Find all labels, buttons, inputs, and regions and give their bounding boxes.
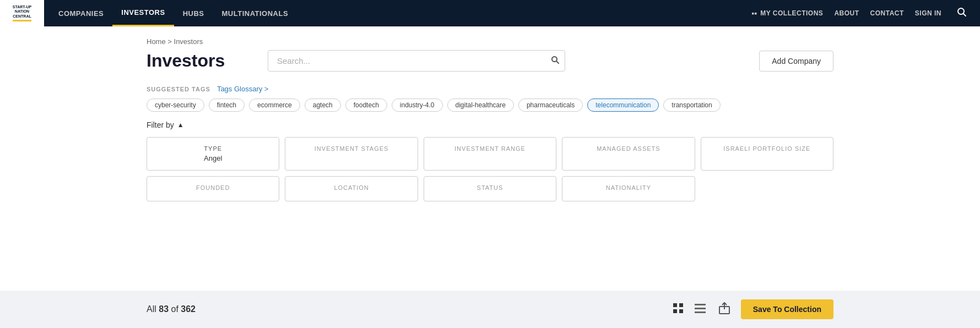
search-submit-icon xyxy=(551,56,560,64)
add-company-button[interactable]: Add Company xyxy=(759,51,833,72)
tag-chip[interactable]: cyber-security xyxy=(147,99,204,112)
tag-chip[interactable]: digital-healthcare xyxy=(447,99,514,112)
search-bar xyxy=(268,50,565,72)
svg-rect-5 xyxy=(679,303,683,307)
filter-cell-label: ISRAELI PORTFOLIO SIZE xyxy=(707,145,827,152)
export-button[interactable] xyxy=(714,300,734,319)
nav-investors[interactable]: INVESTORS xyxy=(112,0,174,26)
nav-search-button[interactable] xyxy=(952,5,971,22)
search-input[interactable] xyxy=(268,50,565,72)
main-content: Investors Add Company SUGGESTED TAGS Tag… xyxy=(0,50,980,201)
main-nav: START-UPNATIONCENTRAL COMPANIES INVESTOR… xyxy=(0,0,980,26)
filter-cell-label: STATUS xyxy=(430,184,550,191)
search-submit-button[interactable] xyxy=(551,56,560,67)
filter-cell-label: INVESTMENT RANGE xyxy=(430,145,550,152)
svg-rect-9 xyxy=(695,308,706,309)
svg-rect-8 xyxy=(695,304,706,305)
svg-rect-6 xyxy=(673,309,677,313)
tag-chip[interactable]: pharmaceuticals xyxy=(518,99,583,112)
filter-grid-row1: TYPEAngelINVESTMENT STAGESINVESTMENT RAN… xyxy=(147,137,833,171)
breadcrumb: Home > Investors xyxy=(0,26,980,50)
nav-right: ▪▪ MY COLLECTIONS ABOUT CONTACT SIGN IN xyxy=(751,5,980,22)
tag-chip[interactable]: telecommunication xyxy=(587,99,659,112)
svg-rect-10 xyxy=(695,311,706,313)
nav-companies[interactable]: COMPANIES xyxy=(50,0,112,26)
filter-cell[interactable]: FOUNDED xyxy=(147,176,279,201)
filter-cell-value: Angel xyxy=(153,154,273,162)
collections-icon: ▪▪ xyxy=(751,9,757,18)
filter-cell-label: FOUNDED xyxy=(153,184,273,191)
list-view-icon xyxy=(695,303,706,314)
filter-cell-label: NATIONALITY xyxy=(568,184,689,191)
page-title: Investors xyxy=(147,51,257,71)
suggested-tags-section: SUGGESTED TAGS Tags Glossary > cyber-sec… xyxy=(147,85,833,112)
grid-view-button[interactable] xyxy=(670,300,686,319)
breadcrumb-home[interactable]: Home xyxy=(147,37,166,46)
filter-cell[interactable]: INVESTMENT STAGES xyxy=(285,137,418,171)
total-count: 362 xyxy=(181,304,196,314)
tag-chip[interactable]: industry-4.0 xyxy=(392,99,443,112)
nav-hubs[interactable]: HUBS xyxy=(174,0,213,26)
svg-rect-7 xyxy=(679,309,683,313)
header-row: Investors Add Company xyxy=(147,50,833,72)
export-icon xyxy=(719,302,730,314)
bottom-right: Save To Collection xyxy=(670,299,833,319)
tag-chip[interactable]: foodtech xyxy=(345,99,387,112)
bottom-bar: All 83 of 362 Save To Collectio xyxy=(0,291,980,328)
filter-cell[interactable]: TYPEAngel xyxy=(147,137,279,171)
nav-links: COMPANIES INVESTORS HUBS MULTINATIONALS xyxy=(50,0,297,26)
logo[interactable]: START-UPNATIONCENTRAL xyxy=(0,0,44,26)
grid-view-icon xyxy=(673,303,684,314)
results-number: 83 xyxy=(159,304,169,314)
filter-cell[interactable]: MANAGED ASSETS xyxy=(562,137,695,171)
my-collections-label: MY COLLECTIONS xyxy=(760,9,823,17)
breadcrumb-current: Investors xyxy=(174,37,203,46)
filter-cell[interactable]: INVESTMENT RANGE xyxy=(424,137,556,171)
tags-header: SUGGESTED TAGS Tags Glossary > xyxy=(147,85,833,93)
tags-glossary-link[interactable]: Tags Glossary > xyxy=(217,85,269,93)
svg-line-1 xyxy=(963,13,966,16)
save-to-collection-button[interactable]: Save To Collection xyxy=(741,299,833,319)
search-icon xyxy=(957,7,967,17)
filter-cell-label: MANAGED ASSETS xyxy=(568,145,689,152)
filter-cell[interactable]: STATUS xyxy=(424,176,556,201)
of-label: of xyxy=(169,304,181,314)
breadcrumb-sep: > xyxy=(167,37,172,46)
list-view-button[interactable] xyxy=(692,300,708,319)
filter-cell-label: LOCATION xyxy=(291,184,412,191)
suggested-tags-label: SUGGESTED TAGS xyxy=(147,86,210,92)
nav-multinationals[interactable]: MULTINATIONALS xyxy=(213,0,297,26)
tag-chip[interactable]: ecommerce xyxy=(249,99,300,112)
filter-by-label: Filter by xyxy=(147,121,174,129)
contact-link[interactable]: CONTACT xyxy=(870,9,904,17)
sign-in-link[interactable]: SIGN IN xyxy=(915,9,941,17)
logo-bar xyxy=(13,20,31,21)
filter-grid-row2: FOUNDEDLOCATIONSTATUSNATIONALITY xyxy=(147,176,833,201)
filter-cell[interactable]: NATIONALITY xyxy=(562,176,695,201)
filter-cell-label: INVESTMENT STAGES xyxy=(291,145,412,152)
tag-chip[interactable]: agtech xyxy=(305,99,341,112)
logo-text: START-UPNATIONCENTRAL xyxy=(13,5,31,19)
tag-chip[interactable]: fintech xyxy=(209,99,245,112)
svg-rect-4 xyxy=(673,303,677,307)
filter-cell-label: TYPE xyxy=(153,145,273,152)
svg-line-3 xyxy=(556,61,559,63)
filter-by-toggle[interactable]: Filter by ▲ xyxy=(147,121,833,129)
filter-cell[interactable]: LOCATION xyxy=(285,176,418,201)
filter-by-arrow-icon: ▲ xyxy=(177,121,184,129)
all-label: All xyxy=(147,304,159,314)
my-collections-link[interactable]: ▪▪ MY COLLECTIONS xyxy=(751,9,823,18)
tags-list: cyber-securityfintechecommerceagtechfood… xyxy=(147,99,833,112)
tag-chip[interactable]: transportation xyxy=(663,99,720,112)
filter-cell[interactable]: ISRAELI PORTFOLIO SIZE xyxy=(701,137,833,171)
about-link[interactable]: ABOUT xyxy=(834,9,859,17)
results-count: All 83 of 362 xyxy=(147,304,196,314)
